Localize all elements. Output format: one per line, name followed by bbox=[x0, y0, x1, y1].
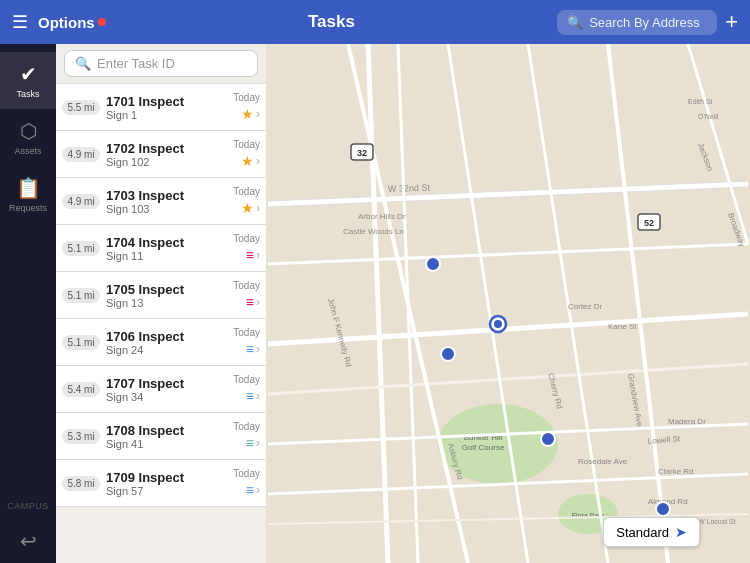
svg-text:W 32nd St: W 32nd St bbox=[388, 183, 431, 194]
options-button[interactable]: Options bbox=[38, 14, 106, 31]
task-distance: 5.8 mi bbox=[62, 476, 100, 491]
task-date: Today bbox=[233, 186, 260, 197]
sidebar-item-requests[interactable]: 📋 Requests bbox=[0, 166, 56, 223]
map-area: Bunker Hill Golf Course Flora Park W 32n… bbox=[266, 44, 750, 563]
priority-lines-icon: ≡ bbox=[246, 482, 254, 498]
svg-text:Kane St: Kane St bbox=[608, 322, 637, 331]
search-placeholder-text: Search By Address bbox=[589, 15, 700, 30]
svg-text:Cortez Dr: Cortez Dr bbox=[568, 302, 603, 311]
header-right: 🔍 Search By Address + bbox=[557, 9, 738, 35]
task-list-panel: 🔍 Enter Task ID 5.5 mi 1701 Inspect Sign… bbox=[56, 44, 266, 563]
task-icon-row: ≡ › bbox=[246, 247, 260, 263]
task-subtitle: Sign 103 bbox=[106, 203, 227, 215]
task-distance: 5.1 mi bbox=[62, 288, 100, 303]
task-icon-row: ★ › bbox=[241, 153, 260, 169]
chevron-right-icon: › bbox=[256, 248, 260, 262]
tasks-icon: ✔ bbox=[20, 62, 37, 86]
task-info: 1707 Inspect Sign 34 bbox=[106, 376, 227, 403]
task-date: Today bbox=[233, 421, 260, 432]
task-distance: 5.3 mi bbox=[62, 429, 100, 444]
task-id-search[interactable]: 🔍 Enter Task ID bbox=[64, 50, 258, 77]
task-icon-row: ≡ › bbox=[246, 482, 260, 498]
task-title: 1707 Inspect bbox=[106, 376, 227, 391]
task-subtitle: Sign 41 bbox=[106, 438, 227, 450]
task-subtitle: Sign 13 bbox=[106, 297, 227, 309]
task-subtitle: Sign 102 bbox=[106, 156, 227, 168]
task-title: 1706 Inspect bbox=[106, 329, 227, 344]
address-search-box[interactable]: 🔍 Search By Address bbox=[557, 10, 717, 35]
header-left: ☰ Options bbox=[12, 11, 106, 33]
task-item[interactable]: 4.9 mi 1702 Inspect Sign 102 Today ★ › bbox=[56, 131, 266, 178]
map-standard-button[interactable]: Standard ➤ bbox=[603, 517, 700, 547]
search-mini-icon: 🔍 bbox=[75, 56, 91, 71]
task-distance: 4.9 mi bbox=[62, 147, 100, 162]
task-distance: 4.9 mi bbox=[62, 194, 100, 209]
task-item[interactable]: 5.4 mi 1707 Inspect Sign 34 Today ≡ › bbox=[56, 366, 266, 413]
svg-text:Golf Course: Golf Course bbox=[462, 443, 505, 452]
svg-text:Arbor Hills Dr: Arbor Hills Dr bbox=[358, 212, 406, 221]
task-distance: 5.5 mi bbox=[62, 100, 100, 115]
standard-label: Standard bbox=[616, 525, 669, 540]
svg-point-49 bbox=[541, 432, 555, 446]
task-item[interactable]: 5.3 mi 1708 Inspect Sign 41 Today ≡ › bbox=[56, 413, 266, 460]
task-right: Today ≡ › bbox=[233, 327, 260, 357]
task-subtitle: Sign 57 bbox=[106, 485, 227, 497]
task-title: 1701 Inspect bbox=[106, 94, 227, 109]
task-date: Today bbox=[233, 280, 260, 291]
task-right: Today ≡ › bbox=[233, 374, 260, 404]
svg-point-50 bbox=[656, 502, 670, 516]
chevron-right-icon: › bbox=[256, 201, 260, 215]
priority-lines-icon: ≡ bbox=[246, 388, 254, 404]
task-title: 1709 Inspect bbox=[106, 470, 227, 485]
task-title: 1705 Inspect bbox=[106, 282, 227, 297]
tasks-label: Tasks bbox=[16, 89, 39, 99]
task-item[interactable]: 5.1 mi 1706 Inspect Sign 24 Today ≡ › bbox=[56, 319, 266, 366]
task-list: 5.5 mi 1701 Inspect Sign 1 Today ★ › 4.9… bbox=[56, 84, 266, 563]
svg-text:O'Neill: O'Neill bbox=[698, 113, 719, 120]
svg-text:Castle Woods Ln: Castle Woods Ln bbox=[343, 227, 404, 236]
menu-icon[interactable]: ☰ bbox=[12, 11, 28, 33]
priority-star-icon: ★ bbox=[241, 153, 254, 169]
task-icon-row: ≡ › bbox=[246, 341, 260, 357]
task-right: Today ★ › bbox=[233, 139, 260, 169]
task-info: 1709 Inspect Sign 57 bbox=[106, 470, 227, 497]
add-task-button[interactable]: + bbox=[725, 9, 738, 35]
svg-point-48 bbox=[441, 347, 455, 361]
task-info: 1701 Inspect Sign 1 bbox=[106, 94, 227, 121]
sidebar-nav: ✔ Tasks ⬡ Assets 📋 Requests CAMPUS ↩ bbox=[0, 44, 56, 563]
task-item[interactable]: 4.9 mi 1703 Inspect Sign 103 Today ★ › bbox=[56, 178, 266, 225]
svg-text:Clarke Rd: Clarke Rd bbox=[658, 467, 694, 476]
chevron-right-icon: › bbox=[256, 389, 260, 403]
options-notification-dot bbox=[98, 18, 106, 26]
sidebar-item-tasks[interactable]: ✔ Tasks bbox=[0, 52, 56, 109]
task-item[interactable]: 5.8 mi 1709 Inspect Sign 57 Today ≡ › bbox=[56, 460, 266, 507]
task-search-container: 🔍 Enter Task ID bbox=[56, 44, 266, 84]
task-item[interactable]: 5.5 mi 1701 Inspect Sign 1 Today ★ › bbox=[56, 84, 266, 131]
chevron-right-icon: › bbox=[256, 342, 260, 356]
task-icon-row: ★ › bbox=[241, 106, 260, 122]
requests-icon: 📋 bbox=[16, 176, 41, 200]
logout-button[interactable]: ↩ bbox=[20, 519, 37, 563]
sidebar-item-assets[interactable]: ⬡ Assets bbox=[0, 109, 56, 166]
task-info: 1702 Inspect Sign 102 bbox=[106, 141, 227, 168]
task-title: 1704 Inspect bbox=[106, 235, 227, 250]
campus-label: CAMPUS bbox=[7, 493, 49, 519]
task-icon-row: ★ › bbox=[241, 200, 260, 216]
task-search-placeholder: Enter Task ID bbox=[97, 56, 175, 71]
task-date: Today bbox=[233, 468, 260, 479]
svg-text:W Locust St: W Locust St bbox=[698, 518, 736, 525]
task-date: Today bbox=[233, 327, 260, 338]
task-date: Today bbox=[233, 139, 260, 150]
task-distance: 5.1 mi bbox=[62, 241, 100, 256]
task-item[interactable]: 5.1 mi 1705 Inspect Sign 13 Today ≡ › bbox=[56, 272, 266, 319]
priority-lines-icon: ≡ bbox=[246, 341, 254, 357]
assets-icon: ⬡ bbox=[20, 119, 37, 143]
task-right: Today ★ › bbox=[233, 186, 260, 216]
task-item[interactable]: 5.1 mi 1704 Inspect Sign 11 Today ≡ › bbox=[56, 225, 266, 272]
task-info: 1708 Inspect Sign 41 bbox=[106, 423, 227, 450]
task-title: 1708 Inspect bbox=[106, 423, 227, 438]
chevron-right-icon: › bbox=[256, 295, 260, 309]
task-info: 1706 Inspect Sign 24 bbox=[106, 329, 227, 356]
svg-text:52: 52 bbox=[644, 218, 654, 228]
priority-lines-icon: ≡ bbox=[246, 247, 254, 263]
